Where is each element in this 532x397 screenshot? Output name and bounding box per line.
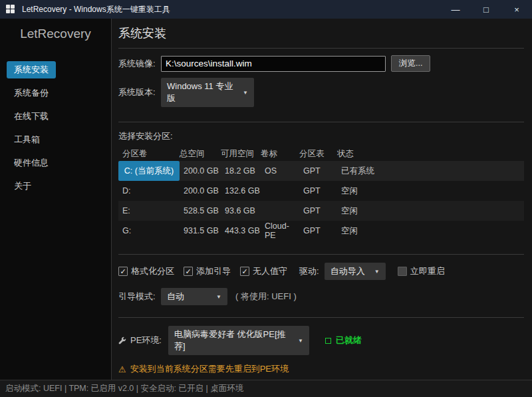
partition-label [261, 181, 299, 201]
close-button[interactable]: × [501, 0, 532, 19]
reboot-now-label: 立即重启 [410, 265, 445, 277]
pe-env-value: 电脑病毒爱好者 优化版PE[推荐] [174, 329, 292, 352]
partition-total: 200.0 GB [180, 181, 221, 201]
partition-tabletype: GPT [299, 201, 337, 221]
partition-tabletype: GPT [299, 161, 337, 181]
unattended-label: 无人值守 [253, 265, 287, 277]
partition-tabletype: GPT [299, 221, 337, 241]
partition-total: 528.5 GB [180, 201, 221, 221]
checkbox-checked-icon: ✓ [118, 267, 128, 276]
system-version-dropdown[interactable]: Windows 11 专业版 ▼ [161, 78, 254, 107]
browse-button[interactable]: 浏览... [391, 55, 430, 72]
driver-label: 驱动: [299, 265, 319, 277]
chevron-down-icon: ▼ [243, 90, 248, 96]
col-header-status: 状态 [337, 146, 524, 161]
col-header-table: 分区表 [299, 146, 337, 161]
partition-free: 18.2 GB [221, 161, 261, 181]
checkbox-unchecked-icon [398, 267, 407, 276]
format-partition-label: 格式化分区 [131, 265, 174, 277]
partition-free: 132.6 GB [221, 181, 261, 201]
partition-tabletype: GPT [299, 181, 337, 201]
window-controls: — □ × [440, 0, 532, 19]
sidebar-item-about[interactable]: 关于 [7, 178, 39, 195]
partition-status: 已有系统 [337, 161, 524, 181]
add-boot-checkbox[interactable]: ✓ 添加引导 [184, 265, 231, 277]
divider [118, 48, 524, 49]
pe-env-label: PE环境: [130, 334, 162, 346]
partition-volume[interactable]: G: [118, 221, 180, 241]
sidebar-item-system-backup[interactable]: 系统备份 [7, 84, 56, 102]
col-header-volume: 分区卷 [118, 146, 180, 161]
partition-status: 空闲 [337, 221, 524, 241]
system-image-row: 系统镜像: 浏览... [118, 55, 524, 72]
partition-section-label: 选择安装分区: [118, 130, 524, 142]
warning-icon: ⚠ [118, 364, 126, 374]
driver-dropdown[interactable]: 自动导入 ▼ [325, 263, 386, 280]
format-partition-checkbox[interactable]: ✓ 格式化分区 [118, 265, 174, 277]
partition-total: 200.0 GB [180, 161, 221, 181]
sidebar: LetRecovery 系统安装 系统备份 在线下载 工具箱 硬件信息 关于 [0, 19, 112, 380]
partition-free: 93.6 GB [221, 201, 261, 221]
partition-status: 空闲 [337, 201, 524, 221]
system-version-value: Windows 11 专业版 [167, 80, 237, 104]
partition-status: 空闲 [337, 181, 524, 201]
unattended-checkbox[interactable]: ✓ 无人值守 [240, 265, 287, 277]
boot-mode-value: 自动 [167, 291, 184, 303]
partition-volume[interactable]: C: (当前系统) [118, 161, 180, 181]
checkbox-checked-icon: ✓ [240, 267, 249, 276]
system-version-row: 系统版本: Windows 11 专业版 ▼ [118, 78, 524, 107]
install-options-row: ✓ 格式化分区 ✓ 添加引导 ✓ 无人值守 驱动: 自动导入 ▼ [118, 263, 524, 280]
sidebar-item-system-install[interactable]: 系统安装 [7, 61, 56, 78]
col-header-total: 总空间 [180, 146, 221, 161]
maximize-button[interactable]: □ [471, 0, 501, 19]
status-text: 启动模式: UEFI | TPM: 已启用 v2.0 | 安全启动: 已开启 |… [5, 383, 243, 394]
divider [118, 254, 524, 255]
window-title: LetRecovery - Windows系统一键重装工具 [22, 4, 170, 15]
status-square-icon [325, 338, 331, 344]
boot-mode-note: ( 将使用: UEFI ) [235, 291, 297, 303]
partition-label: OS [261, 161, 299, 181]
partition-volume[interactable]: D: [118, 181, 180, 201]
partition-row-c[interactable]: C: (当前系统) 200.0 GB 18.2 GB OS GPT 已有系统 [118, 161, 524, 181]
pe-env-row: PE环境: 电脑病毒爱好者 优化版PE[推荐] ▼ 已就绪 [118, 326, 524, 355]
main-panel: 系统安装 系统镜像: 浏览... 系统版本: Windows 11 专业版 ▼ … [112, 19, 532, 380]
driver-value: 自动导入 [331, 265, 365, 277]
install-warning: ⚠ 安装到当前系统分区需要先重启到PE环境 [118, 363, 524, 375]
system-image-input[interactable] [161, 56, 386, 72]
app-icon [6, 5, 16, 15]
pe-env-dropdown[interactable]: 电脑病毒爱好者 优化版PE[推荐] ▼ [168, 326, 309, 355]
partition-volume[interactable]: E: [118, 201, 180, 221]
partition-total: 931.5 GB [180, 221, 221, 241]
boot-mode-label: 引导模式: [118, 291, 161, 303]
status-bar: 启动模式: UEFI | TPM: 已启用 v2.0 | 安全启动: 已开启 |… [0, 380, 532, 397]
divider [118, 317, 524, 318]
app-window: LetRecovery - Windows系统一键重装工具 — □ × LetR… [0, 0, 532, 397]
chevron-down-icon: ▼ [298, 338, 303, 344]
boot-mode-row: 引导模式: 自动 ▼ ( 将使用: UEFI ) [118, 288, 524, 305]
boot-mode-dropdown[interactable]: 自动 ▼ [161, 288, 227, 305]
pe-status-text: 已就绪 [336, 334, 362, 346]
title-bar: LetRecovery - Windows系统一键重装工具 — □ × [0, 0, 532, 19]
partition-row-g[interactable]: G: 931.5 GB 443.3 GB Cloud-PE GPT 空闲 [118, 221, 524, 241]
partition-label [261, 201, 299, 221]
system-version-label: 系统版本: [118, 86, 161, 98]
checkbox-checked-icon: ✓ [184, 267, 193, 276]
wrench-icon [118, 336, 126, 344]
partition-free: 443.3 GB [221, 221, 261, 241]
reboot-now-checkbox[interactable]: 立即重启 [398, 265, 445, 277]
partition-row-d[interactable]: D: 200.0 GB 132.6 GB GPT 空闲 [118, 181, 524, 201]
app-logo: LetRecovery [0, 27, 111, 41]
warning-text: 安装到当前系统分区需要先重启到PE环境 [130, 363, 289, 375]
partition-row-e[interactable]: E: 528.5 GB 93.6 GB GPT 空闲 [118, 201, 524, 221]
divider [118, 122, 524, 122]
sidebar-item-online-download[interactable]: 在线下载 [7, 108, 56, 125]
partition-table: 分区卷 总空间 可用空间 卷标 分区表 状态 [118, 146, 524, 161]
sidebar-item-hardware-info[interactable]: 硬件信息 [7, 154, 56, 172]
minimize-button[interactable]: — [440, 0, 471, 19]
system-image-label: 系统镜像: [118, 58, 161, 70]
pe-status: 已就绪 [325, 334, 362, 346]
sidebar-item-toolbox[interactable]: 工具箱 [7, 131, 47, 148]
chevron-down-icon: ▼ [216, 294, 221, 300]
col-header-free: 可用空间 [221, 146, 261, 161]
col-header-label: 卷标 [261, 146, 299, 161]
